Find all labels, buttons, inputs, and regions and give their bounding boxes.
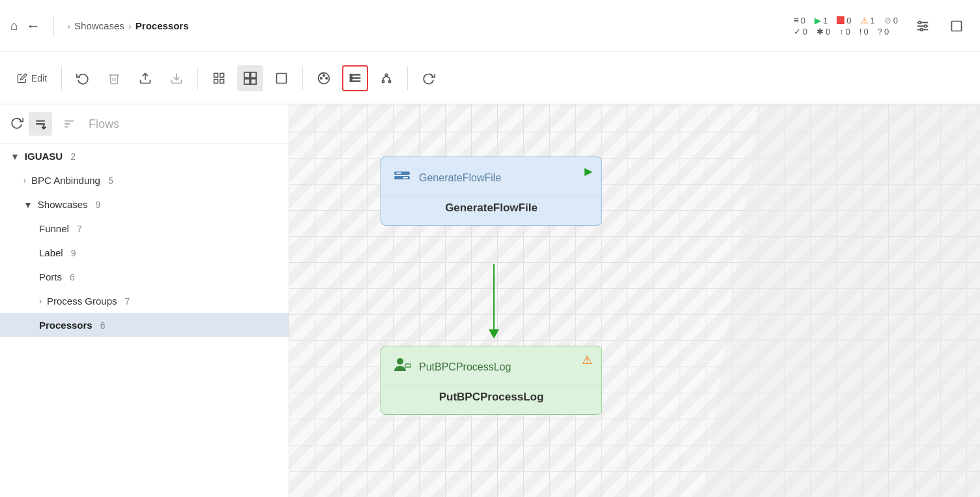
status-stopped: 0 — [837, 16, 851, 25]
history-button[interactable] — [70, 65, 96, 91]
label-count: 9 — [71, 248, 76, 258]
processors-label: Processors — [39, 320, 93, 331]
svg-point-27 — [388, 80, 390, 82]
sidebar-item-iguasu[interactable]: ▼ IGUASU 2 — [0, 144, 289, 168]
home-icon[interactable]: ⌂ — [10, 18, 18, 33]
status-running: ▶ 1 — [814, 16, 828, 25]
svg-rect-9 — [214, 73, 218, 77]
sidebar-item-ports[interactable]: Ports 6 — [0, 265, 289, 289]
square-button[interactable] — [268, 65, 295, 91]
svg-rect-11 — [214, 79, 218, 83]
node-put-title: PutBPCProcessLog — [419, 361, 511, 373]
processors-count: 6 — [100, 320, 106, 331]
window-icon-btn[interactable] — [944, 13, 970, 39]
label-label: Label — [39, 247, 63, 258]
question-count: 0 — [884, 27, 889, 37]
ports-count: 6 — [70, 272, 75, 282]
svg-point-5 — [920, 28, 923, 31]
bpc-label: BPC Anbindung — [31, 175, 100, 186]
status-question: ? 0 — [878, 27, 889, 37]
node-generate-flow-file[interactable]: GenerateFlowFile ▶ GenerateFlowFile — [381, 157, 602, 226]
node-put-bpc[interactable]: PutBPCProcessLog ⚠ PutBPCProcessLog — [381, 346, 602, 415]
status-row-2: ✓ 0 ✱ 0 ↑ 0 ! 0 ? 0 — [794, 27, 889, 37]
toolbar: Edit — [0, 52, 980, 104]
breadcrumb-chevron: › — [67, 20, 70, 31]
sidebar-item-showcases[interactable]: ▼ Showcases 9 — [0, 192, 289, 217]
disabled-icon: ⊘ — [884, 16, 891, 25]
svg-rect-13 — [244, 72, 250, 77]
warning-count: 1 — [871, 16, 875, 25]
exclamation-icon: ! — [859, 27, 862, 37]
showcases-chevron-icon: ▼ — [23, 200, 33, 210]
node-generate-header: GenerateFlowFile ▶ — [381, 157, 601, 196]
process-groups-count: 7 — [125, 296, 130, 307]
breadcrumb-separator: › — [128, 20, 132, 31]
edit-button[interactable]: Edit — [10, 69, 53, 87]
download-button[interactable] — [164, 65, 190, 91]
fork-button[interactable] — [373, 65, 399, 91]
status-upload: ↑ 0 — [839, 27, 850, 37]
svg-point-3 — [919, 21, 921, 23]
status-disabled: ⊘ 0 — [884, 16, 898, 25]
iguasu-count: 2 — [70, 151, 76, 162]
erase-button[interactable] — [101, 65, 127, 91]
sidebar-item-process-groups[interactable]: › Process Groups 7 — [0, 289, 289, 313]
node-generate-body: GenerateFlowFile — [381, 196, 601, 225]
sidebar-refresh-button[interactable] — [10, 116, 23, 132]
svg-rect-25 — [350, 74, 353, 82]
top-bar-icons — [910, 13, 970, 39]
funnel-label: Funnel — [39, 223, 69, 234]
showcases-label: Showcases — [38, 199, 88, 210]
svg-point-26 — [382, 80, 384, 82]
svg-rect-15 — [244, 78, 250, 83]
status-group: ≡ 0 ▶ 1 0 ⚠ 1 ⊘ 0 — [794, 15, 898, 37]
layers-count: 0 — [801, 16, 805, 25]
node-generate-play-icon: ▶ — [584, 165, 592, 177]
ports-label: Ports — [39, 271, 62, 282]
top-bar-left: ⌂ ← › Showcases › Processors — [10, 16, 189, 37]
toolbar-divider-2 — [197, 67, 198, 90]
showcases-count: 9 — [96, 200, 101, 210]
sidebar-item-funnel[interactable]: Funnel 7 — [0, 217, 289, 241]
bpc-count: 5 — [108, 175, 113, 186]
status-exclamation: ! 0 — [859, 27, 869, 37]
toolbar-divider-3 — [302, 67, 303, 90]
sidebar-sort-button2[interactable] — [57, 112, 81, 136]
status-asterisk: ✱ 0 — [816, 27, 830, 37]
toolbar-divider-4 — [407, 67, 408, 90]
status-row-1: ≡ 0 ▶ 1 0 ⚠ 1 ⊘ 0 — [794, 15, 898, 25]
funnel-count: 7 — [77, 224, 82, 234]
toolbar-divider-1 — [61, 67, 62, 90]
iguasu-chevron-icon: ▼ — [10, 151, 20, 162]
svg-point-37 — [397, 358, 403, 365]
process-groups-chevron-icon: › — [39, 297, 42, 306]
breadcrumb: › Showcases › Processors — [67, 20, 188, 31]
breadcrumb-current: Processors — [136, 20, 189, 31]
top-bar: ⌂ ← › Showcases › Processors ≡ 0 ▶ 1 — [0, 0, 980, 52]
back-icon[interactable]: ← — [26, 18, 40, 35]
palette-button[interactable] — [311, 65, 337, 91]
upload-button[interactable] — [132, 65, 158, 91]
sidebar-item-label[interactable]: Label 9 — [0, 241, 289, 265]
grid-button[interactable] — [237, 65, 263, 91]
main-layout: Flows ▼ IGUASU 2 › BPC Anbindung 5 ▼ Sho… — [0, 104, 980, 497]
refresh-button[interactable] — [416, 65, 442, 91]
settings-icon-btn[interactable] — [910, 13, 936, 39]
bpc-chevron-icon: › — [23, 176, 26, 185]
svg-rect-10 — [220, 73, 224, 77]
sidebar-sort-button[interactable] — [29, 112, 52, 136]
svg-point-4 — [925, 25, 927, 27]
check-icon: ✓ — [794, 27, 801, 37]
question-icon: ? — [878, 27, 882, 37]
svg-rect-6 — [952, 21, 962, 31]
check-count: 0 — [803, 27, 807, 37]
arrow-head — [489, 329, 499, 339]
table-view-button[interactable] — [342, 65, 368, 91]
sidebar-item-bpc[interactable]: › BPC Anbindung 5 — [0, 168, 289, 192]
grid-dense-button[interactable] — [206, 65, 232, 91]
sidebar-item-processors[interactable]: Processors 6 — [0, 313, 289, 337]
arrow-line — [493, 264, 495, 329]
breadcrumb-parent[interactable]: Showcases — [74, 20, 124, 31]
node-put-icon — [392, 354, 412, 380]
exclamation-count: 0 — [863, 27, 868, 37]
